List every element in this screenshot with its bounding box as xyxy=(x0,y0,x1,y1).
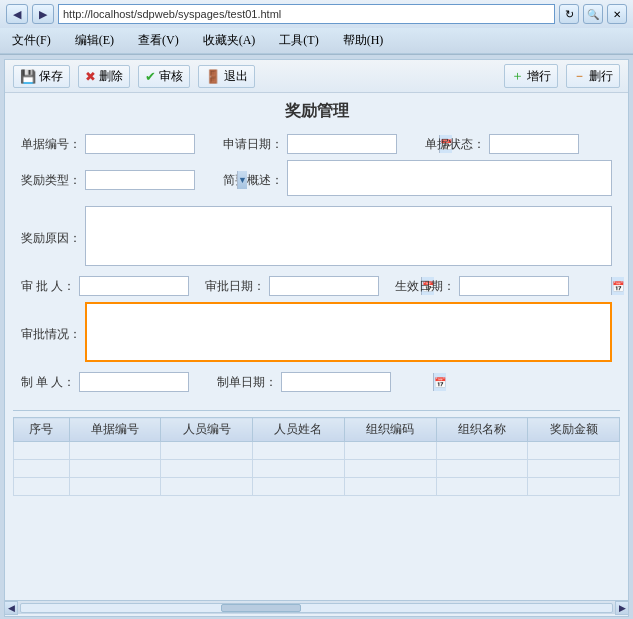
form-area: 单据编号： 申请日期： 📅 单据状态： 奖励类型： ▼ 简要概述： xyxy=(5,128,628,404)
scroll-right-btn[interactable]: ▶ xyxy=(615,601,629,615)
award-reason-container xyxy=(85,206,612,270)
input-doc-status[interactable] xyxy=(489,134,579,154)
col-award-amount: 奖励金额 xyxy=(528,418,620,442)
create-date-picker-btn[interactable]: 📅 xyxy=(433,373,446,391)
col-person-name: 人员姓名 xyxy=(253,418,345,442)
scroll-thumb[interactable] xyxy=(221,604,301,612)
exit-label: 退出 xyxy=(224,68,248,85)
toolbar: 💾 保存 ✖ 删除 ✔ 审核 🚪 退出 ＋ 增行 － 删行 xyxy=(5,60,628,93)
form-row-3: 奖励原因： xyxy=(21,206,612,270)
data-table: 序号 单据编号 人员编号 人员姓名 组织编码 组织名称 奖励金额 xyxy=(13,417,620,496)
menu-edit[interactable]: 编辑(E) xyxy=(71,30,118,51)
col-person-no: 人员编号 xyxy=(161,418,253,442)
input-approver[interactable] xyxy=(79,276,189,296)
col-seq: 序号 xyxy=(14,418,70,442)
input-creator[interactable] xyxy=(79,372,189,392)
input-apply-date[interactable] xyxy=(288,137,439,152)
label-award-reason: 奖励原因： xyxy=(21,230,81,247)
input-create-date-container: 📅 xyxy=(281,372,391,392)
form-row-5: 审批情况： xyxy=(21,302,612,366)
menu-help[interactable]: 帮助(H) xyxy=(339,30,388,51)
browser-chrome: ◀ ▶ ↻ 🔍 ✕ 文件(F) 编辑(E) 查看(V) 收藏夹(A) 工具(T)… xyxy=(0,0,633,55)
select-award-type: ▼ xyxy=(85,170,195,190)
textarea-brief-desc[interactable] xyxy=(287,160,612,196)
menu-bar: 文件(F) 编辑(E) 查看(V) 收藏夹(A) 工具(T) 帮助(H) xyxy=(0,28,633,54)
horizontal-scrollbar[interactable]: ◀ ▶ xyxy=(4,600,629,614)
scroll-track xyxy=(20,603,613,613)
audit-label: 审核 xyxy=(159,68,183,85)
form-row-1: 单据编号： 申请日期： 📅 单据状态： xyxy=(21,134,612,154)
delete-label: 删除 xyxy=(99,68,123,85)
back-button[interactable]: ◀ xyxy=(6,4,28,24)
label-doc-no: 单据编号： xyxy=(21,136,81,153)
search-button[interactable]: 🔍 xyxy=(583,4,603,24)
input-approve-date-container: 📅 xyxy=(269,276,379,296)
approve-status-container xyxy=(85,302,612,366)
url-input[interactable] xyxy=(58,4,555,24)
table-empty-row-2 xyxy=(14,460,620,478)
table-empty-row-3 xyxy=(14,478,620,496)
table-area: 序号 单据编号 人员编号 人员姓名 组织编码 组织名称 奖励金额 xyxy=(5,417,628,496)
save-icon: 💾 xyxy=(20,69,36,84)
menu-view[interactable]: 查看(V) xyxy=(134,30,183,51)
add-row-button[interactable]: ＋ 增行 xyxy=(504,64,558,88)
label-approver: 审 批 人： xyxy=(21,278,75,295)
divider xyxy=(13,410,620,411)
page-content: 💾 保存 ✖ 删除 ✔ 审核 🚪 退出 ＋ 增行 － 删行 奖励管理 xyxy=(4,59,629,617)
effective-date-picker-btn[interactable]: 📅 xyxy=(611,277,624,295)
table-header: 序号 单据编号 人员编号 人员姓名 组织编码 组织名称 奖励金额 xyxy=(14,418,620,442)
address-bar: ◀ ▶ ↻ 🔍 ✕ xyxy=(0,0,633,28)
label-approve-date: 审批日期： xyxy=(205,278,265,295)
input-apply-date-container: 📅 xyxy=(287,134,397,154)
textarea-approve-status[interactable] xyxy=(85,302,612,362)
exit-button[interactable]: 🚪 退出 xyxy=(198,65,255,88)
label-approve-status: 审批情况： xyxy=(21,326,81,343)
form-row-6: 制 单 人： 制单日期： 📅 xyxy=(21,372,612,392)
delete-icon: ✖ xyxy=(85,69,96,84)
input-effective-date-container: 📅 xyxy=(459,276,569,296)
close-button[interactable]: ✕ xyxy=(607,4,627,24)
textarea-award-reason[interactable] xyxy=(85,206,612,266)
col-doc-no: 单据编号 xyxy=(69,418,161,442)
form-row-2: 奖励类型： ▼ 简要概述： xyxy=(21,160,612,200)
input-create-date[interactable] xyxy=(282,375,433,390)
remove-icon: － xyxy=(573,67,586,85)
label-create-date: 制单日期： xyxy=(217,374,277,391)
forward-button[interactable]: ▶ xyxy=(32,4,54,24)
table-header-row: 序号 单据编号 人员编号 人员姓名 组织编码 组织名称 奖励金额 xyxy=(14,418,620,442)
audit-button[interactable]: ✔ 审核 xyxy=(138,65,190,88)
scroll-left-btn[interactable]: ◀ xyxy=(4,601,18,615)
exit-icon: 🚪 xyxy=(205,69,221,84)
delete-button[interactable]: ✖ 删除 xyxy=(78,65,130,88)
select-award-type-input[interactable] xyxy=(86,173,237,188)
add-label: 增行 xyxy=(527,68,551,85)
page-title: 奖励管理 xyxy=(5,93,628,128)
table-body xyxy=(14,442,620,496)
select-award-type-btn[interactable]: ▼ xyxy=(237,171,247,189)
input-doc-no[interactable] xyxy=(85,134,195,154)
save-button[interactable]: 💾 保存 xyxy=(13,65,70,88)
add-icon: ＋ xyxy=(511,67,524,85)
form-row-4: 审 批 人： 审批日期： 📅 生效日期： 📅 xyxy=(21,276,612,296)
remove-label: 删行 xyxy=(589,68,613,85)
remove-row-button[interactable]: － 删行 xyxy=(566,64,620,88)
table-empty-row-1 xyxy=(14,442,620,460)
label-doc-status: 单据状态： xyxy=(425,136,485,153)
save-label: 保存 xyxy=(39,68,63,85)
label-creator: 制 单 人： xyxy=(21,374,75,391)
menu-favorites[interactable]: 收藏夹(A) xyxy=(199,30,260,51)
col-org-code: 组织编码 xyxy=(344,418,436,442)
refresh-button[interactable]: ↻ xyxy=(559,4,579,24)
menu-tools[interactable]: 工具(T) xyxy=(275,30,322,51)
label-award-type: 奖励类型： xyxy=(21,172,81,189)
col-org-name: 组织名称 xyxy=(436,418,528,442)
label-effective-date: 生效日期： xyxy=(395,278,455,295)
label-apply-date: 申请日期： xyxy=(223,136,283,153)
menu-file[interactable]: 文件(F) xyxy=(8,30,55,51)
brief-desc-container xyxy=(287,160,612,200)
input-effective-date[interactable] xyxy=(460,279,611,294)
audit-icon: ✔ xyxy=(145,69,156,84)
